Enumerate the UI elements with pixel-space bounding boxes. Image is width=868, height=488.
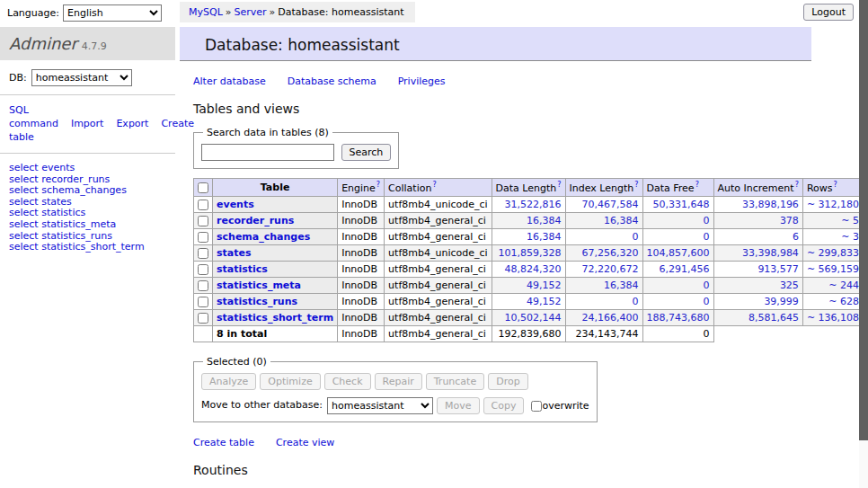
row-checkbox[interactable] bbox=[198, 216, 208, 226]
truncate-button[interactable]: Truncate bbox=[426, 373, 484, 390]
cell-index-length[interactable]: 72,220,672 bbox=[565, 261, 642, 277]
column-header-collation[interactable]: Collation? bbox=[385, 179, 492, 197]
cell-auto-increment[interactable]: 325 bbox=[713, 277, 802, 293]
overwrite-checkbox[interactable] bbox=[531, 401, 542, 412]
cell-auto-increment[interactable]: 378 bbox=[713, 212, 802, 228]
breadcrumb-mysql-link[interactable]: MySQL bbox=[189, 6, 223, 18]
cell-rows[interactable]: ~ 299,833 bbox=[802, 244, 863, 261]
column-header-data-free[interactable]: Data Free? bbox=[642, 179, 713, 197]
help-icon[interactable]: ? bbox=[634, 181, 638, 189]
row-checkbox[interactable] bbox=[198, 248, 208, 259]
help-icon[interactable]: ? bbox=[833, 181, 837, 189]
table-link[interactable]: statistics_meta bbox=[217, 279, 301, 291]
column-header-auto-increment[interactable]: Auto Increment? bbox=[713, 179, 802, 197]
search-button[interactable]: Search bbox=[341, 144, 392, 161]
sidebar-select-link[interactable]: select statistics_meta bbox=[9, 219, 166, 231]
language-select[interactable]: English bbox=[63, 4, 162, 22]
privileges-link[interactable]: Privileges bbox=[398, 75, 446, 87]
cell-data-length[interactable]: 101,859,328 bbox=[492, 244, 565, 261]
copy-button[interactable]: Copy bbox=[483, 397, 525, 414]
cell-index-length[interactable]: 24,166,400 bbox=[565, 309, 642, 325]
move-button[interactable]: Move bbox=[437, 397, 480, 414]
row-checkbox[interactable] bbox=[198, 200, 208, 210]
cell-data-free[interactable]: 0 bbox=[642, 228, 713, 244]
column-header-index-length[interactable]: Index Length? bbox=[565, 179, 642, 197]
cell-auto-increment[interactable]: 6 bbox=[713, 228, 802, 244]
cell-index-length[interactable]: 16,384 bbox=[565, 212, 642, 228]
help-icon[interactable]: ? bbox=[432, 181, 436, 189]
cell-data-free[interactable]: 0 bbox=[642, 293, 713, 309]
create-view-link[interactable]: Create view bbox=[276, 437, 334, 448]
cell-data-free[interactable]: 188,743,680 bbox=[642, 309, 713, 325]
help-icon[interactable]: ? bbox=[376, 181, 380, 189]
column-header-data-length[interactable]: Data Length? bbox=[492, 179, 565, 197]
cell-auto-increment[interactable]: 8,581,645 bbox=[713, 309, 802, 325]
row-checkbox[interactable] bbox=[198, 280, 208, 291]
column-header-rows[interactable]: Rows? bbox=[802, 179, 863, 197]
cell-index-length[interactable]: 67,256,320 bbox=[565, 244, 642, 261]
help-icon[interactable]: ? bbox=[557, 181, 561, 189]
table-link[interactable]: schema_changes bbox=[217, 231, 310, 243]
table-link[interactable]: statistics bbox=[217, 263, 268, 275]
database-schema-link[interactable]: Database schema bbox=[288, 75, 376, 87]
cell-auto-increment[interactable]: 913,577 bbox=[713, 261, 802, 277]
search-input[interactable] bbox=[201, 144, 334, 161]
row-checkbox[interactable] bbox=[198, 264, 208, 275]
cell-index-length[interactable]: 16,384 bbox=[565, 277, 642, 293]
alter-database-link[interactable]: Alter database bbox=[193, 75, 266, 87]
cell-data-length[interactable]: 10,502,144 bbox=[492, 309, 565, 325]
cell-rows[interactable]: ~ 244 bbox=[802, 277, 863, 293]
cell-data-length[interactable]: 16,384 bbox=[492, 212, 565, 228]
import-link[interactable]: Import bbox=[71, 118, 104, 129]
cell-rows[interactable]: ~ 3 bbox=[802, 228, 863, 244]
cell-index-length[interactable]: 0 bbox=[565, 293, 642, 309]
cell-data-free[interactable]: 50,331,648 bbox=[642, 196, 713, 212]
row-checkbox[interactable] bbox=[198, 297, 208, 307]
cell-rows[interactable]: ~ 569,159 bbox=[802, 261, 863, 277]
select-all-checkbox[interactable] bbox=[198, 182, 208, 193]
cell-rows[interactable]: ~ 628 bbox=[802, 293, 863, 309]
drop-button[interactable]: Drop bbox=[488, 373, 527, 390]
row-checkbox[interactable] bbox=[198, 232, 208, 243]
check-button[interactable]: Check bbox=[324, 373, 371, 390]
cell-index-length[interactable]: 70,467,584 bbox=[565, 196, 642, 212]
cell-rows[interactable]: ~ 136,108 bbox=[802, 309, 863, 325]
table-link[interactable]: states bbox=[217, 247, 252, 259]
cell-rows[interactable]: ~ 312,180 bbox=[802, 196, 863, 212]
sidebar-select-link[interactable]: select schema_changes bbox=[9, 185, 166, 197]
table-link[interactable]: recorder_runs bbox=[217, 215, 294, 226]
cell-data-free[interactable]: 104,857,600 bbox=[642, 244, 713, 261]
cell-data-length[interactable]: 49,152 bbox=[492, 293, 565, 309]
cell-data-length[interactable]: 31,522,816 bbox=[492, 196, 565, 212]
cell-auto-increment[interactable]: 33,898,196 bbox=[713, 196, 802, 212]
cell-data-length[interactable]: 49,152 bbox=[492, 277, 565, 293]
cell-auto-increment[interactable]: 33,398,984 bbox=[713, 244, 802, 261]
table-link[interactable]: events bbox=[217, 199, 254, 210]
move-db-select[interactable]: homeassistant bbox=[327, 397, 433, 414]
scrollbar-thumb[interactable] bbox=[859, 0, 868, 440]
breadcrumb-server-link[interactable]: Server bbox=[235, 6, 267, 18]
repair-button[interactable]: Repair bbox=[375, 373, 422, 390]
help-icon[interactable]: ? bbox=[695, 181, 699, 189]
table-link[interactable]: statistics_runs bbox=[217, 296, 297, 307]
cell-index-length[interactable]: 0 bbox=[565, 228, 642, 244]
cell-data-free[interactable]: 6,291,456 bbox=[642, 261, 713, 277]
optimize-button[interactable]: Optimize bbox=[260, 373, 320, 390]
cell-data-length[interactable]: 48,824,320 bbox=[492, 261, 565, 277]
sidebar-select-link[interactable]: select events bbox=[9, 163, 166, 174]
sql-command-link[interactable]: SQL command bbox=[9, 104, 58, 129]
table-link[interactable]: statistics_short_term bbox=[217, 312, 333, 324]
sidebar-select-link[interactable]: select statistics_short_term bbox=[9, 242, 166, 253]
row-checkbox[interactable] bbox=[198, 313, 208, 324]
cell-auto-increment[interactable]: 39,999 bbox=[713, 293, 802, 309]
logout-button[interactable]: Logout bbox=[803, 4, 854, 21]
cell-rows[interactable]: ~ 5 bbox=[802, 212, 863, 228]
column-header-engine[interactable]: Engine? bbox=[338, 179, 385, 197]
create-table-link[interactable]: Create table bbox=[193, 437, 254, 448]
vertical-scrollbar[interactable] bbox=[859, 0, 868, 488]
cell-data-free[interactable]: 0 bbox=[642, 277, 713, 293]
cell-data-length[interactable]: 16,384 bbox=[492, 228, 565, 244]
help-icon[interactable]: ? bbox=[795, 181, 799, 189]
export-link[interactable]: Export bbox=[116, 118, 148, 129]
db-select[interactable]: homeassistant bbox=[31, 69, 132, 86]
